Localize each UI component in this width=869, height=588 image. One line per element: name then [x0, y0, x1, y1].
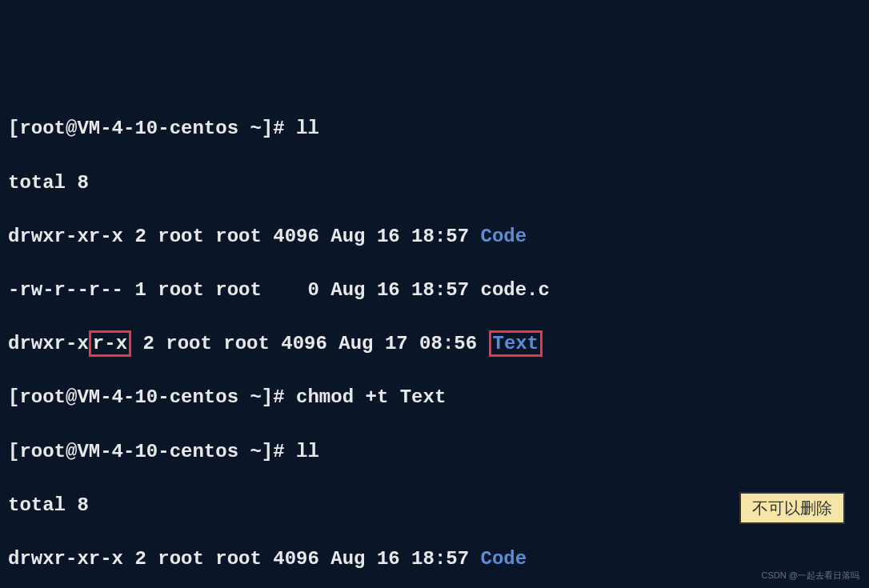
- terminal-line: [root@VM-4-10-centos ~]# ll: [8, 115, 861, 142]
- directory-name: Code: [481, 548, 527, 570]
- perms-highlight-box: r-x: [89, 330, 131, 357]
- prompt: [root@VM-4-10-centos ~]#: [8, 118, 296, 139]
- directory-name: Code: [481, 226, 527, 247]
- terminal-output: drwxr-xr-x 2 root root 4096 Aug 17 08:56…: [8, 330, 861, 358]
- terminal-output: drwxr-xr-x 2 root root 4096 Aug 16 18:57…: [8, 546, 861, 573]
- command: ll: [296, 118, 319, 139]
- terminal-output: -rw-r--r-- 1 root root 0 Aug 16 18:57 co…: [8, 277, 861, 304]
- watermark: CSDN @一起去看日落吗: [762, 570, 859, 582]
- annotation-note: 不可以删除: [739, 492, 845, 524]
- terminal-output: total 8: [8, 492, 861, 519]
- ls-entry: 2 root root 4096 Aug 17 08:56: [131, 333, 488, 354]
- terminal-output: drwxr-xr-x 2 root root 4096 Aug 16 18:57…: [8, 223, 861, 250]
- terminal-line: [root@VM-4-10-centos ~]# chmod +t Text: [8, 384, 861, 411]
- terminal-output: total 8: [8, 170, 861, 197]
- ls-entry: drwxr-xr-x 2 root root 4096 Aug 16 18:57: [8, 226, 481, 247]
- command: ll: [296, 441, 319, 462]
- terminal-line: [root@VM-4-10-centos ~]# ll: [8, 438, 861, 466]
- command: chmod +t Text: [296, 386, 446, 408]
- directory-highlight-box: Text: [489, 330, 543, 357]
- prompt: [root@VM-4-10-centos ~]#: [8, 386, 296, 408]
- ls-entry: drwxr-xr-x 2 root root 4096 Aug 16 18:57: [8, 548, 481, 570]
- prompt: [root@VM-4-10-centos ~]#: [8, 441, 296, 462]
- perms-prefix: drwxr-x: [8, 333, 89, 354]
